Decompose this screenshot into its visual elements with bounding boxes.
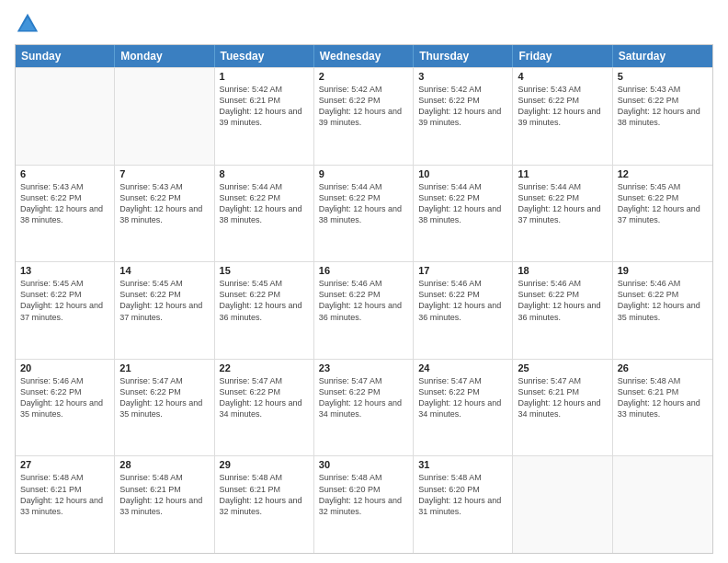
day-info: Sunrise: 5:44 AMSunset: 6:22 PMDaylight:… [220,181,309,226]
header [15,11,713,37]
calendar-day-cell: 1Sunrise: 5:42 AMSunset: 6:21 PMDaylight… [215,68,314,165]
calendar-day-cell: 30Sunrise: 5:48 AMSunset: 6:20 PMDayligh… [314,456,414,553]
day-info: Sunrise: 5:43 AMSunset: 6:22 PMDaylight:… [119,181,209,226]
day-number: 26 [618,362,708,373]
calendar-day-cell: 18Sunrise: 5:46 AMSunset: 6:22 PMDayligh… [513,262,612,359]
calendar-body: 1Sunrise: 5:42 AMSunset: 6:21 PMDaylight… [16,67,712,553]
day-number: 9 [319,168,408,179]
calendar-day-cell: 16Sunrise: 5:46 AMSunset: 6:22 PMDayligh… [314,262,414,359]
day-info: Sunrise: 5:45 AMSunset: 6:22 PMDaylight:… [220,278,309,323]
calendar-day-cell: 29Sunrise: 5:48 AMSunset: 6:21 PMDayligh… [215,456,314,553]
day-number: 14 [119,265,209,276]
calendar-day-cell: 28Sunrise: 5:48 AMSunset: 6:21 PMDayligh… [115,456,214,553]
day-info: Sunrise: 5:48 AMSunset: 6:21 PMDaylight:… [20,472,109,517]
calendar-day-cell [115,68,214,165]
day-number: 29 [220,459,309,470]
day-info: Sunrise: 5:48 AMSunset: 6:21 PMDaylight:… [119,472,209,517]
day-info: Sunrise: 5:48 AMSunset: 6:20 PMDaylight:… [319,472,408,517]
calendar-day-cell: 3Sunrise: 5:42 AMSunset: 6:22 PMDaylight… [414,68,513,165]
day-number: 27 [20,459,109,470]
day-number: 30 [319,459,408,470]
logo [15,11,44,37]
day-info: Sunrise: 5:44 AMSunset: 6:22 PMDaylight:… [518,181,607,226]
day-info: Sunrise: 5:43 AMSunset: 6:22 PMDaylight:… [618,84,708,129]
calendar-header-cell: Friday [513,45,612,67]
day-info: Sunrise: 5:42 AMSunset: 6:22 PMDaylight:… [319,84,408,129]
day-number: 31 [418,459,507,470]
day-info: Sunrise: 5:45 AMSunset: 6:22 PMDaylight:… [618,181,708,226]
day-info: Sunrise: 5:46 AMSunset: 6:22 PMDaylight:… [618,278,708,323]
calendar-day-cell: 31Sunrise: 5:48 AMSunset: 6:20 PMDayligh… [414,456,513,553]
calendar-day-cell: 17Sunrise: 5:46 AMSunset: 6:22 PMDayligh… [414,262,513,359]
logo-icon [15,11,40,37]
day-info: Sunrise: 5:47 AMSunset: 6:22 PMDaylight:… [119,375,209,420]
calendar-week-row: 1Sunrise: 5:42 AMSunset: 6:21 PMDaylight… [16,67,712,165]
calendar-header-cell: Thursday [414,45,513,67]
day-number: 20 [20,362,109,373]
day-number: 4 [518,71,607,82]
day-number: 25 [518,362,607,373]
calendar-day-cell: 11Sunrise: 5:44 AMSunset: 6:22 PMDayligh… [513,166,612,262]
calendar-day-cell: 20Sunrise: 5:46 AMSunset: 6:22 PMDayligh… [16,360,115,456]
calendar-day-cell: 12Sunrise: 5:45 AMSunset: 6:22 PMDayligh… [613,166,712,262]
day-info: Sunrise: 5:43 AMSunset: 6:22 PMDaylight:… [518,84,607,129]
day-number: 11 [518,168,607,179]
calendar-week-row: 27Sunrise: 5:48 AMSunset: 6:21 PMDayligh… [16,455,712,553]
calendar: SundayMondayTuesdayWednesdayThursdayFrid… [15,44,713,554]
day-number: 28 [119,459,209,470]
calendar-header-cell: Sunday [16,45,115,67]
day-info: Sunrise: 5:44 AMSunset: 6:22 PMDaylight:… [418,181,507,226]
day-info: Sunrise: 5:48 AMSunset: 6:21 PMDaylight:… [618,375,708,420]
calendar-day-cell: 24Sunrise: 5:47 AMSunset: 6:22 PMDayligh… [414,360,513,456]
day-info: Sunrise: 5:42 AMSunset: 6:21 PMDaylight:… [220,84,309,129]
day-number: 16 [319,265,408,276]
calendar-day-cell: 2Sunrise: 5:42 AMSunset: 6:22 PMDaylight… [314,68,414,165]
day-info: Sunrise: 5:44 AMSunset: 6:22 PMDaylight:… [319,181,408,226]
day-number: 21 [119,362,209,373]
day-number: 18 [518,265,607,276]
day-number: 12 [618,168,708,179]
day-number: 6 [20,168,109,179]
calendar-day-cell: 25Sunrise: 5:47 AMSunset: 6:21 PMDayligh… [513,360,612,456]
calendar-day-cell: 4Sunrise: 5:43 AMSunset: 6:22 PMDaylight… [513,68,612,165]
day-info: Sunrise: 5:42 AMSunset: 6:22 PMDaylight:… [418,84,507,129]
day-info: Sunrise: 5:43 AMSunset: 6:22 PMDaylight:… [20,181,109,226]
calendar-day-cell: 19Sunrise: 5:46 AMSunset: 6:22 PMDayligh… [613,262,712,359]
calendar-day-cell: 7Sunrise: 5:43 AMSunset: 6:22 PMDaylight… [115,166,214,262]
calendar-day-cell: 26Sunrise: 5:48 AMSunset: 6:21 PMDayligh… [613,360,712,456]
calendar-header: SundayMondayTuesdayWednesdayThursdayFrid… [16,45,712,67]
calendar-week-row: 6Sunrise: 5:43 AMSunset: 6:22 PMDaylight… [16,165,712,262]
day-info: Sunrise: 5:47 AMSunset: 6:22 PMDaylight:… [319,375,408,420]
calendar-day-cell: 13Sunrise: 5:45 AMSunset: 6:22 PMDayligh… [16,262,115,359]
day-number: 8 [220,168,309,179]
calendar-header-cell: Wednesday [314,45,414,67]
day-info: Sunrise: 5:47 AMSunset: 6:21 PMDaylight:… [518,375,607,420]
calendar-day-cell: 6Sunrise: 5:43 AMSunset: 6:22 PMDaylight… [16,166,115,262]
day-number: 19 [618,265,708,276]
day-number: 1 [220,71,309,82]
calendar-week-row: 20Sunrise: 5:46 AMSunset: 6:22 PMDayligh… [16,359,712,456]
calendar-day-cell [513,456,612,553]
day-info: Sunrise: 5:48 AMSunset: 6:21 PMDaylight:… [220,472,309,517]
day-info: Sunrise: 5:47 AMSunset: 6:22 PMDaylight:… [220,375,309,420]
calendar-header-cell: Tuesday [215,45,314,67]
calendar-day-cell: 5Sunrise: 5:43 AMSunset: 6:22 PMDaylight… [613,68,712,165]
day-info: Sunrise: 5:46 AMSunset: 6:22 PMDaylight:… [418,278,507,323]
calendar-header-cell: Saturday [613,45,712,67]
day-info: Sunrise: 5:45 AMSunset: 6:22 PMDaylight:… [119,278,209,323]
day-info: Sunrise: 5:46 AMSunset: 6:22 PMDaylight:… [319,278,408,323]
calendar-header-cell: Monday [115,45,214,67]
calendar-week-row: 13Sunrise: 5:45 AMSunset: 6:22 PMDayligh… [16,261,712,359]
calendar-day-cell: 22Sunrise: 5:47 AMSunset: 6:22 PMDayligh… [215,360,314,456]
day-number: 22 [220,362,309,373]
day-info: Sunrise: 5:46 AMSunset: 6:22 PMDaylight:… [20,375,109,420]
day-number: 13 [20,265,109,276]
day-number: 15 [220,265,309,276]
day-info: Sunrise: 5:47 AMSunset: 6:22 PMDaylight:… [418,375,507,420]
calendar-day-cell: 9Sunrise: 5:44 AMSunset: 6:22 PMDaylight… [314,166,414,262]
calendar-day-cell: 21Sunrise: 5:47 AMSunset: 6:22 PMDayligh… [115,360,214,456]
day-info: Sunrise: 5:48 AMSunset: 6:20 PMDaylight:… [418,472,507,517]
day-number: 17 [418,265,507,276]
day-number: 3 [418,71,507,82]
page: SundayMondayTuesdayWednesdayThursdayFrid… [0,0,728,563]
